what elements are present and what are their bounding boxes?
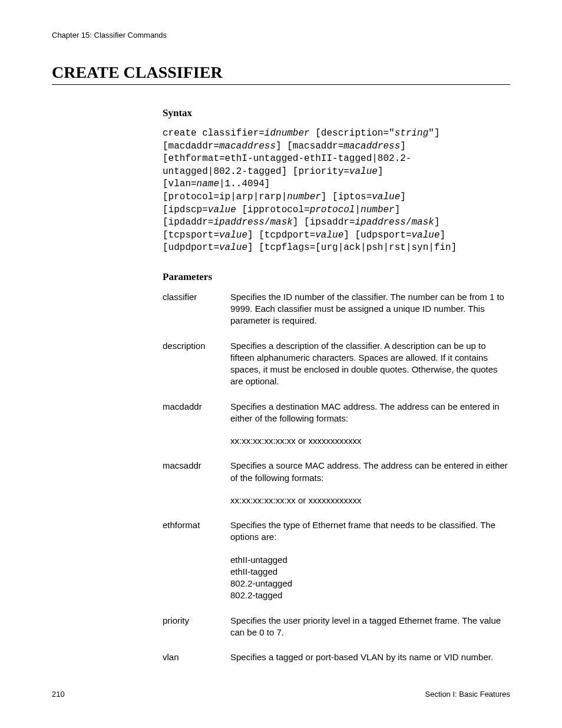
- syntax-var: value: [349, 166, 378, 177]
- param-name: classifier: [163, 291, 230, 340]
- syntax-var: string: [395, 128, 429, 139]
- syntax-var: protocol: [310, 205, 355, 215]
- param-description: Specifies a tagged or port-based VLAN by…: [230, 651, 510, 676]
- param-description: Specifies the ID number of the classifie…: [230, 291, 510, 340]
- param-description: Specifies the user priority level in a t…: [230, 615, 510, 652]
- syntax-var: value: [208, 205, 236, 215]
- param-name: vlan: [163, 651, 230, 676]
- param-name: priority: [163, 615, 230, 652]
- table-row: macsaddrSpecifies a source MAC address. …: [163, 460, 510, 519]
- syntax-var: name: [197, 179, 219, 189]
- syntax-text: ] [tcpdport=: [247, 230, 315, 241]
- syntax-var: value: [219, 242, 247, 253]
- syntax-var: ipaddress: [213, 217, 264, 228]
- syntax-text: ]: [434, 217, 440, 228]
- syntax-text: [protocol=ip|arp|rarp|: [163, 192, 287, 202]
- syntax-text: |: [355, 205, 361, 215]
- syntax-text: [ethformat=ethI-untagged-ethII-tagged|80…: [163, 153, 411, 164]
- param-text: ethII-untagged ethII-tagged 802.2-untagg…: [230, 554, 510, 602]
- parameters-table: classifierSpecifies the ID number of the…: [163, 291, 510, 677]
- syntax-text: [ipdaddr=: [163, 217, 213, 228]
- syntax-text: ]: [395, 205, 401, 215]
- syntax-text: ] [ipsaddr=: [293, 217, 355, 228]
- param-description: Specifies the type of Ethernet frame tha…: [230, 519, 510, 615]
- syntax-block: create classifier=idnumber [description=…: [163, 127, 510, 255]
- syntax-text: "]: [428, 128, 439, 139]
- syntax-var: ipaddress: [355, 217, 405, 228]
- param-text: Specifies a destination MAC address. The…: [230, 401, 510, 425]
- syntax-var: value: [372, 192, 400, 202]
- syntax-var: mask: [412, 217, 434, 228]
- syntax-var: mask: [270, 217, 292, 228]
- chapter-header: Chapter 15: Classifier Commands: [52, 31, 510, 39]
- table-row: prioritySpecifies the user priority leve…: [163, 615, 510, 652]
- syntax-var: number: [287, 192, 321, 202]
- syntax-text: [ipprotocol=: [236, 205, 310, 215]
- syntax-text: [tcpsport=: [163, 230, 219, 241]
- param-text: Specifies the ID number of the classifie…: [230, 291, 510, 327]
- table-row: macdaddrSpecifies a destination MAC addr…: [163, 401, 510, 460]
- syntax-var: macaddress: [219, 141, 276, 151]
- param-name: ethformat: [163, 519, 230, 615]
- syntax-heading: Syntax: [163, 107, 510, 119]
- syntax-var: value: [219, 230, 247, 241]
- param-text: Specifies a source MAC address. The addr…: [230, 460, 510, 484]
- param-name: macsaddr: [163, 460, 230, 519]
- section-label: Section I: Basic Features: [425, 690, 510, 699]
- syntax-text: ]: [400, 192, 406, 202]
- param-description: Specifies a source MAC address. The addr…: [230, 460, 510, 519]
- param-text: Specifies a tagged or port-based VLAN by…: [230, 651, 510, 663]
- param-name: macdaddr: [163, 401, 230, 460]
- syntax-text: [ipdscp=: [163, 205, 208, 215]
- param-name: description: [163, 340, 230, 401]
- page-number: 210: [52, 690, 65, 699]
- syntax-text: create classifier=: [163, 128, 265, 139]
- table-row: ethformatSpecifies the type of Ethernet …: [163, 519, 510, 615]
- parameters-heading: Parameters: [163, 271, 510, 283]
- table-row: descriptionSpecifies a description of th…: [163, 340, 510, 401]
- param-description: Specifies a description of the classifie…: [230, 340, 510, 401]
- param-text: xx:xx:xx:xx:xx:xx or xxxxxxxxxxxx: [230, 435, 510, 447]
- syntax-text: [vlan=: [163, 179, 197, 189]
- syntax-text: /: [406, 217, 412, 228]
- syntax-text: [macdaddr=: [163, 141, 219, 151]
- syntax-text: [description=": [310, 128, 395, 139]
- syntax-var: value: [411, 230, 439, 241]
- syntax-text: ]: [400, 141, 406, 151]
- syntax-text: ]: [378, 166, 384, 177]
- param-text: Specifies a description of the classifie…: [230, 340, 510, 388]
- syntax-var: idnumber: [265, 128, 310, 139]
- syntax-text: ] [macsaddr=: [276, 141, 343, 151]
- param-text: Specifies the type of Ethernet frame tha…: [230, 519, 510, 543]
- syntax-text: |1..4094]: [219, 179, 270, 189]
- syntax-text: /: [265, 217, 270, 228]
- table-row: classifierSpecifies the ID number of the…: [163, 291, 510, 340]
- param-text: xx:xx:xx:xx:xx:xx or xxxxxxxxxxxx: [230, 495, 510, 506]
- syntax-text: ] [tcpflags=[urg|ack|psh|rst|syn|fin]: [247, 242, 457, 253]
- syntax-text: ]: [440, 230, 446, 241]
- syntax-text: ] [iptos=: [321, 192, 372, 202]
- page-title: CREATE CLASSIFIER: [52, 63, 510, 85]
- syntax-text: [udpdport=: [163, 242, 219, 253]
- syntax-var: number: [361, 205, 395, 215]
- syntax-text: untagged|802.2-tagged] [priority=: [163, 166, 349, 177]
- param-text: Specifies the user priority level in a t…: [230, 615, 510, 639]
- param-description: Specifies a destination MAC address. The…: [230, 401, 510, 460]
- table-row: vlanSpecifies a tagged or port-based VLA…: [163, 651, 510, 676]
- syntax-var: value: [315, 230, 343, 241]
- syntax-text: ] [udpsport=: [343, 230, 411, 241]
- syntax-var: macaddress: [343, 141, 400, 151]
